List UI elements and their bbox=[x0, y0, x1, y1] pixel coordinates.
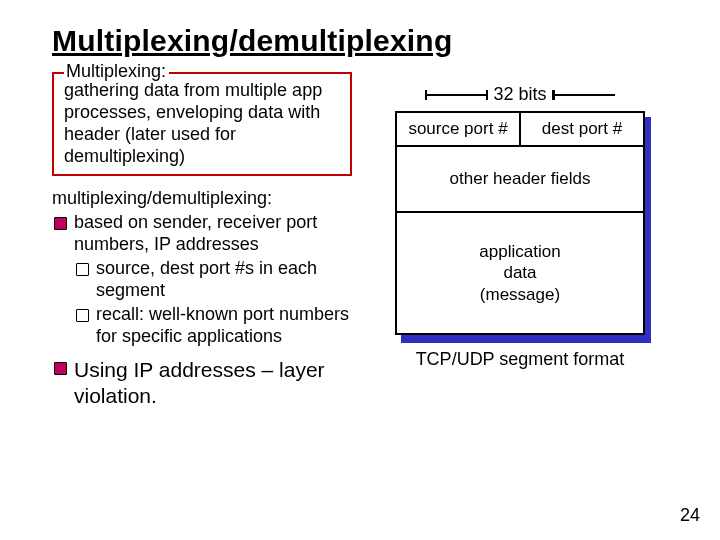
other-header-cell: other header fields bbox=[397, 147, 643, 211]
box-legend: Multiplexing: bbox=[64, 61, 169, 83]
box-body: gathering data from multiple app process… bbox=[64, 80, 340, 168]
slide-title: Multiplexing/demultiplexing bbox=[52, 24, 680, 58]
bits-label: 32 bits bbox=[493, 84, 546, 105]
diagram-caption: TCP/UDP segment format bbox=[380, 349, 660, 370]
bullet-level1: Using IP addresses – layer violation. bbox=[52, 357, 352, 408]
payload-cell: application data (message) bbox=[397, 213, 643, 333]
slide-content: Multiplexing: gathering data from multip… bbox=[52, 72, 680, 409]
dimension-line-right bbox=[553, 94, 615, 96]
other-header-row: other header fields bbox=[397, 147, 643, 213]
bullet-text: recall: well-known port numbers for spec… bbox=[96, 304, 349, 346]
multiplexing-box: Multiplexing: gathering data from multip… bbox=[52, 72, 352, 176]
bullet-text: based on sender, receiver port numbers, … bbox=[74, 212, 317, 254]
page-number: 24 bbox=[680, 505, 700, 526]
mux-block: multiplexing/demultiplexing: based on se… bbox=[52, 188, 352, 409]
diagram-stack: source port # dest port # other header f… bbox=[395, 111, 645, 335]
bullet-level2: recall: well-known port numbers for spec… bbox=[74, 304, 352, 348]
segment-diagram: source port # dest port # other header f… bbox=[395, 111, 645, 335]
bits-label-row: 32 bits bbox=[380, 84, 660, 105]
bullet-level2: source, dest port #s in each segment bbox=[74, 258, 352, 302]
source-port-cell: source port # bbox=[397, 113, 521, 145]
mux-subtitle: multiplexing/demultiplexing: bbox=[52, 188, 352, 210]
dimension-line-left bbox=[425, 94, 487, 96]
ports-row: source port # dest port # bbox=[397, 113, 643, 147]
bullet-text: source, dest port #s in each segment bbox=[96, 258, 317, 300]
right-column: 32 bits source port # dest port # other … bbox=[380, 72, 660, 370]
dest-port-cell: dest port # bbox=[521, 113, 643, 145]
payload-row: application data (message) bbox=[397, 213, 643, 333]
bullet-level1: based on sender, receiver port numbers, … bbox=[52, 212, 352, 348]
bullet-text: Using IP addresses – layer violation. bbox=[74, 358, 325, 407]
left-column: Multiplexing: gathering data from multip… bbox=[52, 72, 352, 409]
